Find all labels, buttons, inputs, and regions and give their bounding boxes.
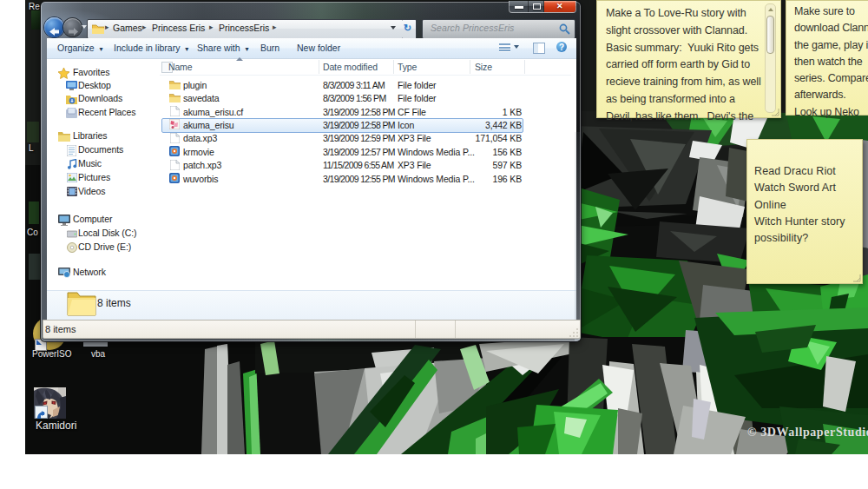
svg-text:© 3DWallpaperStudio.c: © 3DWallpaperStudio.c <box>747 426 868 439</box>
